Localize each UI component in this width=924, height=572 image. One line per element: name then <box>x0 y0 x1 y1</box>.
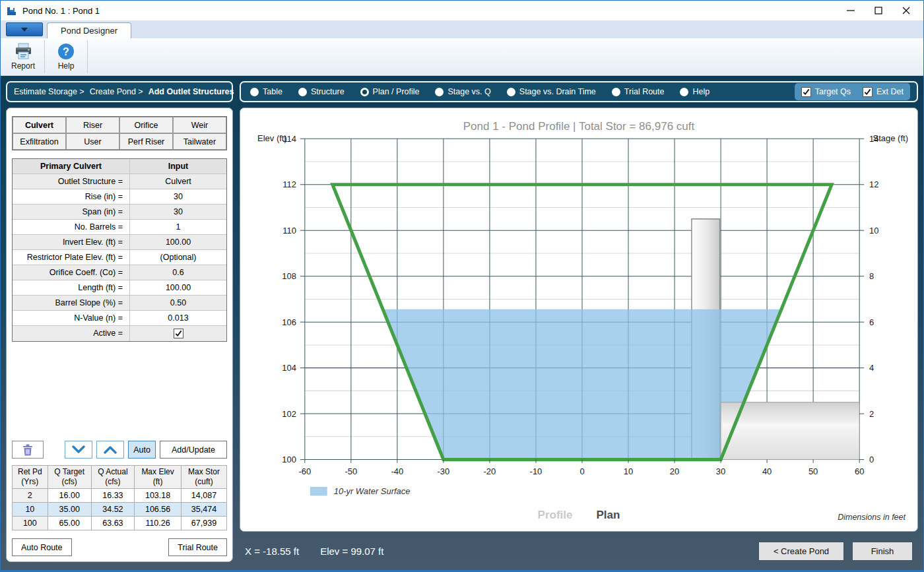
report-label: Report <box>11 61 35 71</box>
routing-results-table: Ret Pd(Yrs)Q Target(cfs)Q Actual(cfs)Max… <box>12 465 227 530</box>
view-radio-group: TableStructurePlan / ProfileStage vs. QS… <box>250 87 710 96</box>
help-label: Help <box>58 61 75 71</box>
view-radio-table[interactable]: Table <box>250 87 282 96</box>
input-row-label: Active = <box>13 326 130 341</box>
checkbox-ext-det[interactable]: Ext Det <box>863 87 904 97</box>
main-content: Estimate Storage > Create Pond > Add Out… <box>1 76 923 571</box>
auto-route-button[interactable]: Auto Route <box>12 538 72 556</box>
structure-button-riser[interactable]: Riser <box>66 117 119 133</box>
input-row: Rise (in) =30 <box>13 189 226 204</box>
results-row[interactable]: 216.0016.33103.1814,087 <box>13 489 227 503</box>
status-bar: X = -18.55 ft Elev = 99.07 ft < Create P… <box>240 537 918 565</box>
input-table-header-input: Input <box>130 159 226 174</box>
results-row[interactable]: 1035.0034.52106.5635,474 <box>13 503 227 517</box>
view-radio-stage-vs-q[interactable]: Stage vs. Q <box>435 87 490 96</box>
input-row-value[interactable]: 0.6 <box>130 265 226 280</box>
elev-tick-label: 106 <box>282 317 296 327</box>
stage-tick-label: 10 <box>869 226 878 236</box>
plan-toggle[interactable]: Plan <box>597 509 620 522</box>
input-row-value[interactable]: 30 <box>130 189 226 204</box>
stage-tick-label: 8 <box>869 271 874 281</box>
x-tick-label: 50 <box>808 466 818 476</box>
checkbox-label: Target Qs <box>815 87 851 96</box>
input-row: No. Barrels =1 <box>13 219 226 234</box>
breadcrumb-add-outlet-structures[interactable]: Add Outlet Structures <box>148 87 234 96</box>
structure-button-user[interactable]: User <box>66 133 119 150</box>
x-tick-label: -10 <box>530 466 543 476</box>
view-radio-trial-route[interactable]: Trial Route <box>612 87 665 96</box>
move-down-button[interactable] <box>65 441 92 459</box>
profile-toggle[interactable]: Profile <box>538 509 573 522</box>
check-icon <box>175 330 182 337</box>
minimize-icon[interactable] <box>847 7 855 15</box>
results-cell: 35.00 <box>48 503 91 517</box>
x-tick-label: -40 <box>391 466 404 476</box>
radio-icon <box>250 88 259 96</box>
input-row-label: Restrictor Plate Elev. (ft) = <box>13 250 130 265</box>
cursor-x-readout: X = -18.55 ft <box>245 546 299 557</box>
move-up-button[interactable] <box>96 441 124 459</box>
input-row-value[interactable]: 1 <box>130 220 226 234</box>
file-menu-button[interactable] <box>6 22 43 36</box>
input-table-header-name: Primary Culvert <box>13 159 130 174</box>
structure-button-orifice[interactable]: Orifice <box>119 117 173 133</box>
structure-button-perf-riser[interactable]: Perf Riser <box>119 133 173 150</box>
view-radio-structure[interactable]: Structure <box>298 87 345 96</box>
stage-tick-label: 6 <box>869 317 874 327</box>
input-row-value[interactable]: Culvert <box>130 174 226 189</box>
checkbox-label: Ext Det <box>876 87 904 96</box>
maximize-icon[interactable] <box>874 7 882 15</box>
finish-button[interactable]: Finish <box>852 542 913 561</box>
results-cell: 65.00 <box>48 517 91 530</box>
view-radio-stage-vs-drain-time[interactable]: Stage vs. Drain Time <box>507 87 596 96</box>
results-row[interactable]: 10065.0063.63110.2667,939 <box>13 517 227 530</box>
pond-profile-chart[interactable]: 10001022104410661088110101121211414-60-5… <box>248 133 909 507</box>
auto-button[interactable]: Auto <box>128 441 156 459</box>
view-radio-help[interactable]: Help <box>680 87 710 96</box>
route-buttons-row: Auto Route Trial Route <box>12 538 227 556</box>
input-row-value[interactable]: (Optional) <box>130 250 226 265</box>
input-row-label: Span (in) = <box>13 205 130 219</box>
view-options-bar: TableStructurePlan / ProfileStage vs. QS… <box>240 81 918 102</box>
input-row-value[interactable]: 30 <box>130 205 226 219</box>
results-cell: 63.63 <box>91 517 134 530</box>
checkbox-target-qs[interactable]: Target Qs <box>801 87 851 97</box>
structure-button-tailwater[interactable]: Tailwater <box>173 133 226 150</box>
input-row-value[interactable]: 0.50 <box>130 296 226 310</box>
help-button[interactable]: ? Help <box>46 38 86 75</box>
structure-button-culvert[interactable]: Culvert <box>13 117 66 133</box>
view-radio-plan-profile[interactable]: Plan / Profile <box>360 87 420 96</box>
active-checkbox[interactable] <box>174 329 183 338</box>
x-tick-label: 10 <box>624 466 633 476</box>
close-icon[interactable] <box>902 7 910 15</box>
radio-icon <box>680 88 688 96</box>
input-row-label: No. Barrels = <box>13 220 130 234</box>
create-pond-button[interactable]: < Create Pond <box>758 542 844 561</box>
input-row-value[interactable]: 100.00 <box>130 280 226 295</box>
radio-icon <box>435 88 444 96</box>
input-row-label: Orifice Coeff. (Co) = <box>13 265 130 280</box>
input-row-value[interactable] <box>130 326 226 341</box>
structure-button-exfiltration[interactable]: Exfiltration <box>13 133 66 150</box>
input-row-label: Invert Elev. (ft) = <box>13 235 130 249</box>
report-button[interactable]: Report <box>3 38 43 75</box>
input-row-value[interactable]: 100.00 <box>130 235 226 249</box>
tab-pond-designer[interactable]: Pond Designer <box>47 22 131 38</box>
x-tick-label: -50 <box>345 466 357 476</box>
input-row-value[interactable]: 0.013 <box>130 311 226 325</box>
input-row: N-Value (n) =0.013 <box>13 310 226 325</box>
cursor-elev-readout: Elev = 99.07 ft <box>320 546 383 557</box>
structure-button-weir[interactable]: Weir <box>173 117 226 133</box>
profile-plan-toggle: Profile Plan <box>538 509 620 522</box>
right-column: TableStructurePlan / ProfileStage vs. QS… <box>240 81 918 565</box>
delete-structure-button[interactable] <box>12 441 44 459</box>
add-update-button[interactable]: Add/Update <box>160 441 227 459</box>
trial-route-button[interactable]: Trial Route <box>168 538 227 556</box>
radio-icon <box>507 88 515 96</box>
results-col-header: Max Elev(ft) <box>135 466 182 489</box>
culvert-input-table: Primary Culvert Input Outlet Structure =… <box>12 158 227 342</box>
x-tick-label: 0 <box>579 466 584 476</box>
results-cell: 34.52 <box>91 503 134 517</box>
breadcrumb-estimate-storage[interactable]: Estimate Storage > <box>14 87 84 96</box>
breadcrumb-create-pond[interactable]: Create Pond > <box>90 87 143 96</box>
